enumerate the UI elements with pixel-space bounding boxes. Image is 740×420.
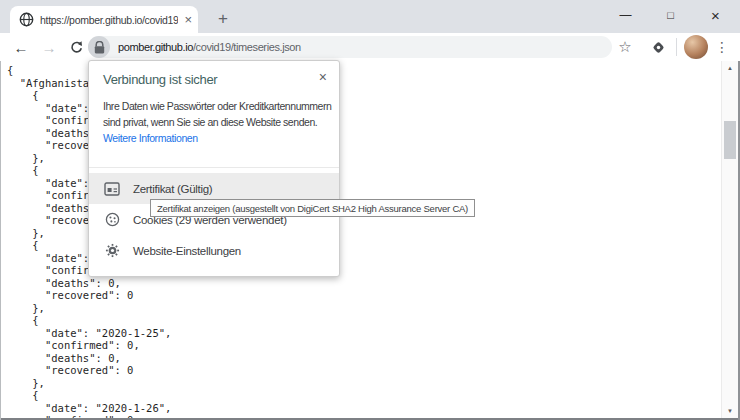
scroll-down-icon[interactable]: ▼ [722, 404, 738, 418]
site-info-popup: × Verbindung ist sicher Ihre Daten wie P… [88, 60, 340, 277]
cookie-icon [104, 212, 120, 227]
browser-window: https://pomber.github.io/covid19 × + — □… [0, 0, 740, 420]
minimize-button[interactable]: — [603, 0, 648, 30]
toolbar: ← → pomber.github.io/covid19/timeseries.… [0, 33, 740, 61]
site-info-button[interactable] [88, 36, 110, 58]
scrollbar[interactable]: ▲ ▼ [721, 61, 738, 418]
menu-dots-icon[interactable]: ⋮ [711, 33, 733, 61]
menu-item-label: Website-Einstellungen [133, 245, 241, 257]
menu-item-label: Zertifikat (Gültig) [133, 183, 212, 195]
lock-icon [94, 41, 105, 54]
maximize-button[interactable]: □ [648, 0, 693, 30]
url-text[interactable]: pomber.github.io/covid19/timeseries.json [118, 41, 301, 53]
menu-item-site-settings[interactable]: Website-Einstellungen [89, 235, 339, 266]
window-controls: — □ × [603, 0, 738, 30]
popup-body-line1: Ihre Daten wie Passwörter oder Kreditkar… [103, 98, 331, 114]
bookmark-star-icon[interactable]: ☆ [613, 33, 637, 61]
url-bar[interactable]: pomber.github.io/covid19/timeseries.json [88, 36, 612, 58]
popup-close-icon[interactable]: × [319, 70, 327, 84]
url-host: pomber.github.io [118, 41, 193, 53]
certificate-icon [104, 182, 120, 196]
new-tab-button[interactable]: + [212, 8, 234, 30]
gear-icon [104, 243, 120, 258]
profile-avatar[interactable] [684, 35, 708, 59]
popup-body-line2: sind privat, wenn Sie sie an diese Websi… [103, 114, 331, 130]
certificate-tooltip: Zertifikat anzeigen (ausgestellt von Dig… [150, 199, 475, 217]
tab-title: https://pomber.github.io/covid19 [40, 14, 178, 26]
scroll-up-icon[interactable]: ▲ [722, 61, 738, 75]
tab-close-icon[interactable]: × [184, 13, 192, 26]
more-info-link[interactable]: Weitere Informationen [103, 132, 198, 144]
popup-title: Verbindung ist sicher [103, 72, 217, 87]
popup-body: Ihre Daten wie Passwörter oder Kreditkar… [103, 98, 331, 130]
extension-icon[interactable] [646, 33, 670, 61]
tab-strip: https://pomber.github.io/covid19 × + — □… [0, 0, 740, 33]
close-window-button[interactable]: × [693, 0, 738, 30]
globe-favicon [19, 12, 34, 27]
url-path: /covid19/timeseries.json [193, 41, 301, 53]
scrollbar-thumb[interactable] [724, 121, 736, 159]
back-button[interactable]: ← [8, 33, 34, 61]
forward-button: → [36, 33, 62, 61]
reload-button[interactable] [63, 33, 89, 61]
toolbar-divider [676, 38, 677, 56]
active-tab[interactable]: https://pomber.github.io/covid19 × [10, 6, 198, 33]
